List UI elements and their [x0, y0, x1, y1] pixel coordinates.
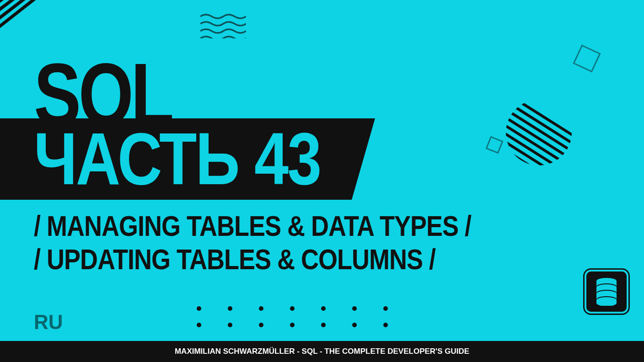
dot-grid-icon — [197, 306, 389, 328]
footer-credit: MAXIMILIAN SCHWARZMÜLLER - SQL - THE COM… — [0, 341, 644, 362]
slide-canvas: SQL ЧАСТЬ 43 / MANAGING TABLES & DATA TY… — [0, 0, 644, 362]
database-icon — [585, 270, 628, 314]
content-area: SQL ЧАСТЬ 43 / MANAGING TABLES & DATA TY… — [0, 0, 644, 341]
svg-line-3 — [0, 0, 64, 27]
subtitle-line-2: / UPDATING TABLES & COLUMNS / — [34, 242, 435, 276]
part-number-label: ЧАСТЬ 43 — [34, 116, 320, 201]
striped-circle-icon — [504, 98, 573, 167]
outline-square-icon — [573, 44, 601, 72]
language-badge: RU — [34, 311, 63, 334]
svg-line-12 — [504, 119, 573, 167]
waves-icon — [200, 13, 246, 38]
subtitle-line-1: / MANAGING TABLES & DATA TYPES / — [34, 209, 471, 242]
svg-line-10 — [504, 98, 573, 141]
footer-text: MAXIMILIAN SCHWARZMÜLLER - SQL - THE COM… — [175, 347, 469, 356]
outline-square-small-icon — [485, 136, 503, 154]
svg-line-5 — [0, 0, 64, 46]
